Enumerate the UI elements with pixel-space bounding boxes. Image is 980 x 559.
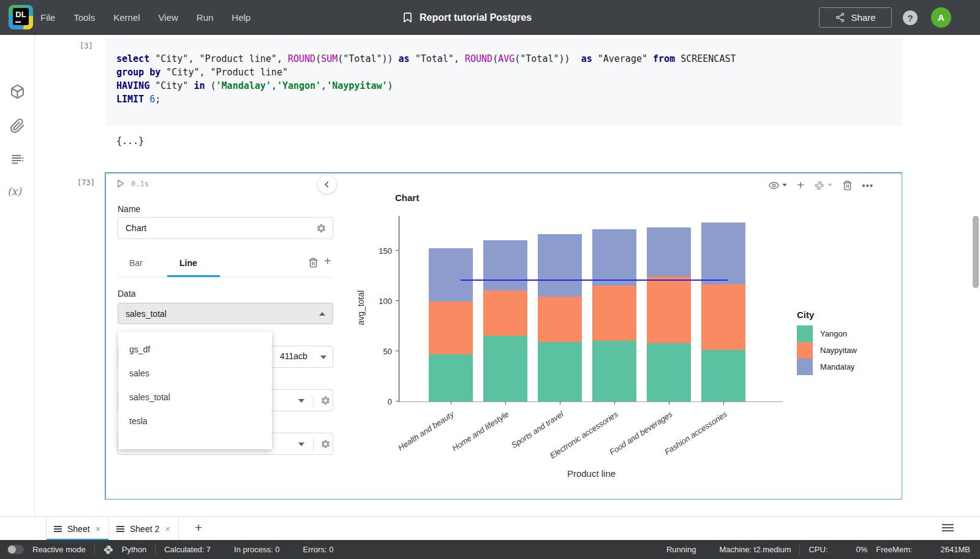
x-category-label: Home and lifestyle: [450, 409, 510, 453]
add-sheet-button[interactable]: +: [195, 520, 202, 535]
menu-run[interactable]: Run: [197, 12, 214, 23]
bar-segment-Mandalay: [701, 222, 745, 285]
bar-segment-Naypyitaw: [701, 284, 745, 350]
data-field-label: Data: [118, 289, 136, 299]
caret-up-icon: [319, 312, 325, 316]
legend-item-Yangon: Yangon: [797, 325, 857, 342]
dropdown-item-sales[interactable]: sales: [118, 362, 272, 386]
more-options-icon[interactable]: •••: [862, 180, 873, 191]
sheet-list-icon[interactable]: [54, 526, 62, 532]
bookmark-icon: [402, 12, 413, 23]
code-line[interactable]: group by "City", "Product line": [116, 66, 902, 79]
menu-tools[interactable]: Tools: [74, 12, 95, 23]
attachments-icon[interactable]: [10, 118, 25, 134]
legend-swatch: [797, 342, 813, 359]
status-bar: Reactive mode Python Calculated: 7 In pr…: [0, 540, 980, 559]
export-to-python-button[interactable]: [814, 180, 833, 191]
add-cell-plus-icon[interactable]: +: [797, 178, 805, 192]
code-line[interactable]: LIMIT 6;: [116, 93, 902, 106]
kernel-label[interactable]: Python: [122, 545, 146, 554]
tab-line[interactable]: Line: [179, 258, 197, 268]
sheet-overview-icon[interactable]: [942, 524, 954, 531]
code-line[interactable]: select "City", "Product line", ROUND(SUM…: [116, 52, 902, 66]
menu-view[interactable]: View: [159, 12, 178, 23]
chart-title: Chart: [395, 192, 419, 203]
eye-icon: [769, 180, 779, 191]
x-tick-mark: [560, 401, 560, 405]
menu-help[interactable]: Help: [232, 12, 251, 23]
help-button[interactable]: ?: [903, 10, 918, 25]
datalore-app: DL File Tools Kernel View Run Help Repor…: [0, 0, 980, 559]
delete-cell-trash-icon[interactable]: [842, 180, 853, 191]
bar-segment-Yangon: [483, 336, 527, 401]
chart-plot-area: avg_total Product line 050100150Health a…: [399, 216, 783, 402]
x-axis-field-value: 411acb: [280, 351, 307, 361]
python-icon: [814, 180, 824, 191]
legend-item-Mandalay: Mandalay: [797, 359, 857, 375]
legend-title: City: [797, 310, 857, 320]
code-cell-output[interactable]: {...}: [116, 135, 144, 146]
close-icon[interactable]: ×: [96, 523, 101, 534]
name-settings-gear-icon[interactable]: [316, 223, 326, 234]
bar-segment-Mandalay: [592, 229, 636, 286]
x-axis-title: Product line: [399, 468, 783, 479]
reactive-mode-toggle[interactable]: [7, 545, 24, 554]
data-source-select[interactable]: sales_total: [118, 303, 333, 324]
sheet-tab-1[interactable]: Sheet ×: [46, 517, 109, 541]
values-settings-gear-icon[interactable]: [320, 395, 331, 406]
outline-icon[interactable]: [10, 152, 25, 167]
sheet-tab-label[interactable]: Sheet: [67, 524, 90, 534]
run-cell-icon[interactable]: [116, 179, 125, 188]
name-field-label: Name: [118, 204, 140, 214]
bar-segment-Naypyitaw: [647, 276, 691, 343]
menu-file[interactable]: File: [40, 12, 55, 23]
bar-segment-Yangon: [701, 350, 745, 401]
environment-icon[interactable]: [10, 84, 25, 99]
left-toolbar: (x): [0, 35, 35, 516]
y-axis-settings-gear-icon[interactable]: [320, 439, 331, 449]
share-button[interactable]: Share: [819, 7, 892, 28]
datalore-logo[interactable]: DL: [9, 5, 33, 29]
y-tick-mark: [396, 300, 399, 301]
sql-code-cell[interactable]: select "City", "Product line", ROUND(SUM…: [105, 38, 902, 126]
dropdown-item-sales_total[interactable]: sales_total: [118, 386, 272, 409]
menu-kernel[interactable]: Kernel: [113, 12, 140, 23]
bar-segment-Mandalay: [538, 234, 582, 297]
delete-series-trash-icon[interactable]: [308, 257, 318, 268]
dropdown-item-gs_df[interactable]: gs_df: [118, 338, 272, 362]
x-tick-mark: [669, 401, 669, 405]
bar-segment-Yangon: [647, 343, 691, 401]
avg-line-series: [461, 280, 728, 281]
close-icon[interactable]: ×: [165, 523, 170, 534]
x-category-label: Sports and travel: [510, 409, 565, 450]
bar-segment-Naypyitaw: [429, 302, 473, 354]
legend-rows: YangonNaypyitawMandalay: [797, 325, 857, 375]
reactive-mode-label: Reactive mode: [32, 545, 86, 554]
sheet-tab-2[interactable]: Sheet 2 ×: [109, 517, 179, 541]
visibility-menu-button[interactable]: [769, 180, 788, 191]
user-avatar[interactable]: A: [931, 7, 951, 28]
machine-label: Machine: t2.medium: [719, 545, 791, 554]
collapse-panel-button[interactable]: [318, 175, 336, 194]
variables-icon[interactable]: (x): [7, 185, 21, 197]
vertical-scrollbar[interactable]: [973, 216, 979, 288]
code-line[interactable]: HAVING "City" in ('Mandalay','Yangon','N…: [116, 79, 902, 93]
add-series-plus-icon[interactable]: +: [324, 255, 331, 267]
sheet-list-icon[interactable]: [116, 526, 124, 532]
freemem-label: FreeMem:: [876, 545, 912, 554]
caret-down-icon: [298, 443, 304, 446]
in-process-count: In process: 0: [234, 545, 279, 554]
sql-code: select "City", "Product line", ROUND(SUM…: [116, 52, 902, 106]
bar-segment-Yangon: [538, 342, 582, 401]
chart-name-input[interactable]: Chart: [118, 217, 333, 239]
tab-bar[interactable]: Bar: [129, 258, 143, 268]
dropdown-item-tesla[interactable]: tesla: [118, 409, 272, 433]
y-axis-title: avg_total: [356, 259, 366, 357]
datalore-logo-text: DL: [13, 8, 29, 25]
chevron-left-icon: [322, 180, 332, 189]
chart-cell-exec-label: [73]: [77, 178, 95, 187]
sheet-tab-label[interactable]: Sheet 2: [130, 524, 159, 534]
bar-segment-Yangon: [592, 341, 636, 401]
legend-label: Mandalay: [820, 362, 854, 371]
notebook-title-group: Report tutorial Postgres: [402, 0, 532, 35]
